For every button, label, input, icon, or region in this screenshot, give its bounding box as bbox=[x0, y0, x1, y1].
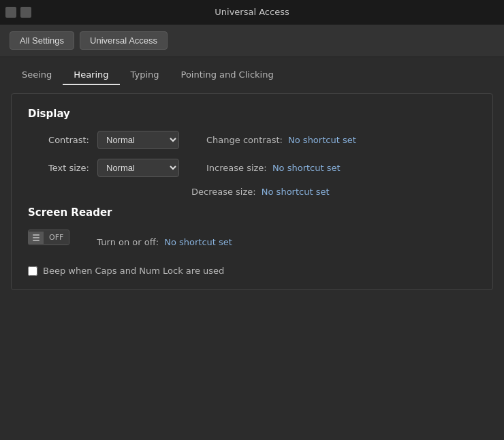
minimize-button[interactable] bbox=[5, 7, 16, 18]
screen-reader-shortcut-block: Turn on or off: No shortcut set bbox=[97, 237, 232, 247]
text-size-label: Text size: bbox=[28, 163, 89, 173]
turn-on-off-label: Turn on or off: bbox=[97, 237, 159, 247]
settings-panel: Display Contrast: Normal High Contrast L… bbox=[11, 93, 493, 290]
toggle-line-1 bbox=[33, 234, 40, 236]
increase-size-label: Increase size: bbox=[206, 163, 267, 173]
contrast-select[interactable]: Normal High Contrast Low Contrast bbox=[97, 131, 179, 149]
toggle-lines-icon bbox=[29, 232, 44, 244]
change-contrast-shortcut-value: No shortcut set bbox=[288, 135, 356, 145]
beep-checkbox[interactable] bbox=[28, 266, 37, 276]
increase-size-shortcut-value: No shortcut set bbox=[272, 163, 341, 173]
contrast-control: Normal High Contrast Low Contrast bbox=[97, 131, 179, 149]
turn-on-off-shortcut-value: No shortcut set bbox=[164, 237, 232, 247]
screen-reader-toggle-row: OFF Turn on or off: No shortcut set bbox=[28, 230, 476, 255]
screen-reader-toggle[interactable]: OFF bbox=[28, 230, 69, 245]
change-contrast-label: Change contrast: bbox=[206, 135, 283, 145]
title-bar: Universal Access bbox=[0, 0, 504, 25]
toggle-line-3 bbox=[33, 240, 40, 241]
text-size-row: Text size: Normal Large Larger Increase … bbox=[28, 159, 476, 177]
toolbar: All Settings Universal Access bbox=[0, 25, 504, 57]
screen-reader-title: Screen Reader bbox=[28, 206, 476, 219]
display-section-title: Display bbox=[28, 108, 476, 120]
contrast-row: Contrast: Normal High Contrast Low Contr… bbox=[28, 131, 476, 149]
contrast-label: Contrast: bbox=[28, 135, 89, 145]
tab-bar: Seeing Hearing Typing Pointing and Click… bbox=[11, 65, 493, 85]
increase-size-shortcut-block: Increase size: No shortcut set bbox=[206, 163, 341, 173]
toggle-line-2 bbox=[33, 237, 40, 238]
decrease-size-row: Decrease size: No shortcut set bbox=[97, 187, 476, 197]
tab-pointing-and-clicking[interactable]: Pointing and Clicking bbox=[170, 65, 285, 85]
toggle-switch[interactable]: OFF bbox=[28, 230, 69, 245]
toggle-off-label: OFF bbox=[44, 230, 69, 245]
tab-typing[interactable]: Typing bbox=[120, 65, 170, 85]
all-settings-button[interactable]: All Settings bbox=[10, 31, 74, 50]
window-title: Universal Access bbox=[215, 7, 289, 17]
beep-checkbox-row: Beep when Caps and Num Lock are used bbox=[28, 266, 476, 276]
text-size-control: Normal Large Larger bbox=[97, 159, 179, 177]
decrease-size-label: Decrease size: bbox=[191, 187, 256, 197]
decrease-size-shortcut-block: Decrease size: No shortcut set bbox=[191, 187, 330, 197]
text-size-select[interactable]: Normal Large Larger bbox=[97, 159, 179, 177]
main-content: Seeing Hearing Typing Pointing and Click… bbox=[0, 57, 504, 298]
tab-hearing[interactable]: Hearing bbox=[63, 65, 119, 85]
decrease-size-shortcut-value: No shortcut set bbox=[262, 187, 330, 197]
window-controls[interactable] bbox=[5, 7, 31, 18]
change-contrast-shortcut-block: Change contrast: No shortcut set bbox=[206, 135, 356, 145]
tab-seeing[interactable]: Seeing bbox=[11, 65, 63, 85]
beep-checkbox-label: Beep when Caps and Num Lock are used bbox=[43, 266, 224, 276]
universal-access-button[interactable]: Universal Access bbox=[80, 31, 168, 50]
screen-reader-section: Screen Reader OFF Turn on or off: No sho bbox=[28, 206, 476, 255]
maximize-button[interactable] bbox=[20, 7, 31, 18]
